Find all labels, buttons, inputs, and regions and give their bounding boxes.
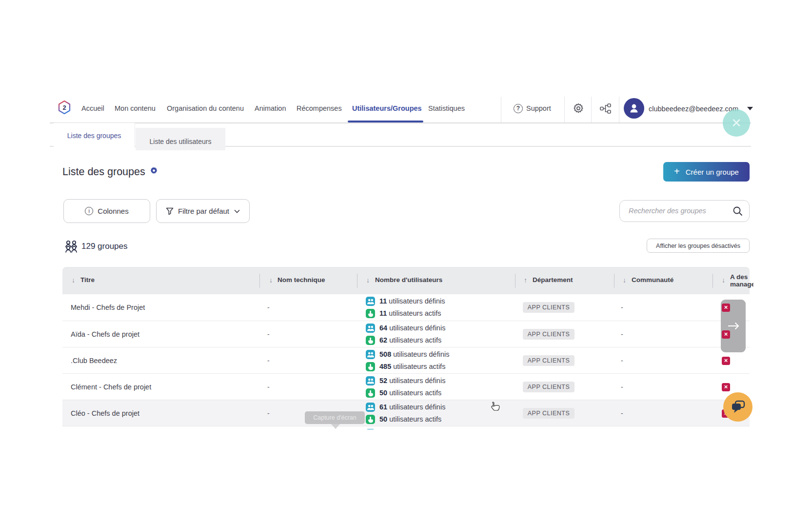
mouse-cursor-hand	[490, 401, 500, 415]
info-icon: i	[85, 207, 93, 215]
defined-users-count: 61utilisateurs définis	[379, 403, 445, 412]
defined-users-icon	[366, 350, 375, 359]
nav-divider	[619, 97, 619, 123]
plus-icon: +	[674, 166, 680, 177]
nav-item-mon-contenu[interactable]: Mon contenu	[115, 104, 156, 112]
nav-item-accueil[interactable]: Accueil	[81, 104, 104, 112]
column-divider	[614, 274, 614, 288]
sort-arrow-icon[interactable]: ↓	[269, 276, 273, 284]
search-icon[interactable]	[733, 206, 743, 219]
table-header: ↓Titre↓Nom technique↓Nombre d'utilisateu…	[62, 267, 750, 294]
defined-users-icon	[366, 376, 375, 385]
defined-users-count: 52utilisateurs définis	[379, 376, 445, 385]
sort-arrow-icon[interactable]: ↓	[72, 276, 75, 284]
community-cell: -	[621, 400, 623, 426]
column-header-3[interactable]: Nombre d'utilisateurs	[375, 276, 442, 284]
partial-table-row	[62, 426, 750, 429]
technical-name-cell: -	[267, 321, 270, 347]
defined-users-count: 508utilisateurs définis	[379, 350, 449, 359]
nav-item-animation[interactable]: Animation	[255, 104, 286, 112]
search-placeholder: Rechercher des groupes	[629, 207, 706, 215]
active-users-count: 485utilisateurs actifs	[379, 362, 445, 371]
table-row[interactable]: Aïda - Chefs de projet-64utilisateurs dé…	[62, 321, 750, 347]
show-disabled-groups-button[interactable]: Afficher les groupes désactivés	[647, 239, 750, 253]
active-users-icon	[366, 336, 375, 345]
defined-users-icon	[366, 403, 375, 412]
nav-item-organisation-du-contenu[interactable]: Organisation du contenu	[167, 104, 244, 112]
sort-arrow-icon[interactable]: ↓	[366, 276, 370, 284]
technical-name-cell: -	[267, 294, 270, 321]
nav-item-r-compenses[interactable]: Récompenses	[297, 104, 342, 112]
group-title: Cléo - Chefs de projet	[71, 400, 139, 426]
group-title: .Club Beedeez	[71, 347, 117, 374]
active-users-count: 50utilisateurs actifs	[379, 415, 441, 424]
tab-liste-des-utilisateurs[interactable]: Liste des utilisateurs	[136, 128, 225, 150]
active-users-icon	[366, 388, 375, 398]
community-cell: -	[621, 321, 623, 347]
community-cell: -	[621, 294, 623, 321]
department-badge: APP CLIENTS	[523, 329, 574, 340]
column-header-4[interactable]: Département	[533, 276, 573, 284]
technical-name-cell: -	[267, 347, 270, 374]
gear-icon[interactable]	[573, 102, 584, 116]
department-badge: APP CLIENTS	[523, 355, 574, 366]
group-title: Clément - Chefs de projet	[71, 374, 151, 400]
page-title: Liste des groupes	[62, 166, 145, 178]
groups-icon	[64, 240, 78, 255]
delete-group-button[interactable]: ×	[722, 383, 730, 391]
sort-arrow-icon[interactable]: ↑	[524, 276, 527, 284]
tab-liste-des-groupes[interactable]: Liste des groupes	[54, 123, 135, 148]
column-divider	[515, 274, 515, 288]
filter-button[interactable]: Filtre par défaut	[156, 199, 250, 223]
nav-item-utilisateurs-groupes[interactable]: Utilisateurs/Groupes	[352, 104, 422, 112]
nav-divider	[591, 97, 592, 123]
group-count: 129 groupes	[81, 242, 128, 251]
active-users-count: 62utilisateurs actifs	[379, 336, 441, 345]
account-email[interactable]: clubbeedeez@beedeez.com	[649, 105, 738, 113]
question-circle-icon: ?	[514, 104, 523, 113]
create-group-button[interactable]: +Créer un groupe	[663, 162, 750, 182]
settings-gear-icon[interactable]	[149, 166, 158, 177]
column-header-6[interactable]: A des managers	[730, 273, 753, 288]
nav-divider	[501, 97, 501, 123]
delete-group-button[interactable]: ×	[722, 330, 730, 339]
defined-users-icon	[366, 429, 375, 429]
beedeez-logo[interactable]: 2	[57, 100, 72, 117]
column-divider	[259, 274, 260, 288]
nav-divider	[564, 97, 565, 123]
delete-group-button[interactable]: ×	[722, 304, 730, 312]
support-link[interactable]: Support	[526, 104, 551, 112]
chevron-down-icon[interactable]	[747, 107, 753, 110]
sort-arrow-icon[interactable]: ↓	[623, 276, 626, 284]
defined-users-count: 64utilisateurs définis	[379, 324, 445, 333]
screenshot-tooltip: Capture d'écran	[305, 411, 365, 424]
table-row[interactable]: .Club Beedeez-508utilisateurs définis485…	[62, 347, 750, 373]
delete-group-button[interactable]: ×	[722, 357, 730, 365]
technical-name-cell: -	[267, 400, 270, 426]
defined-users-icon	[366, 297, 375, 306]
department-badge: APP CLIENTS	[523, 382, 574, 392]
filter-funnel-icon	[166, 207, 174, 215]
search-input[interactable]: Rechercher des groupes	[619, 200, 750, 222]
columns-button[interactable]: iColonnes	[63, 199, 150, 223]
sort-arrow-icon[interactable]: ↓	[722, 276, 725, 284]
table-row[interactable]: Cléo - Chefs de projet-61utilisateurs dé…	[62, 400, 750, 426]
column-header-5[interactable]: Communauté	[632, 276, 673, 284]
avatar[interactable]	[624, 98, 644, 119]
table-row[interactable]: Clément - Chefs de projet-52utilisateurs…	[62, 373, 750, 400]
nav-item-statistiques[interactable]: Statistiques	[428, 104, 465, 112]
column-header-2[interactable]: Nom technique	[277, 276, 325, 284]
org-chart-icon[interactable]	[600, 103, 612, 116]
column-header-1[interactable]: Titre	[80, 276, 95, 284]
column-divider	[713, 274, 713, 288]
chat-bubbles-icon	[730, 400, 746, 414]
chat-widget-button[interactable]	[723, 392, 753, 422]
defined-users-icon	[366, 324, 375, 333]
department-badge: APP CLIENTS	[523, 408, 574, 419]
nav-bottom-border	[50, 122, 751, 123]
community-cell: -	[621, 374, 623, 400]
overlay-close-icon[interactable]: ✕	[723, 109, 750, 137]
active-users-icon	[366, 362, 375, 371]
svg-text:2: 2	[62, 104, 66, 111]
table-row[interactable]: Mehdi - Chefs de Projet-11utilisateurs d…	[62, 294, 750, 321]
